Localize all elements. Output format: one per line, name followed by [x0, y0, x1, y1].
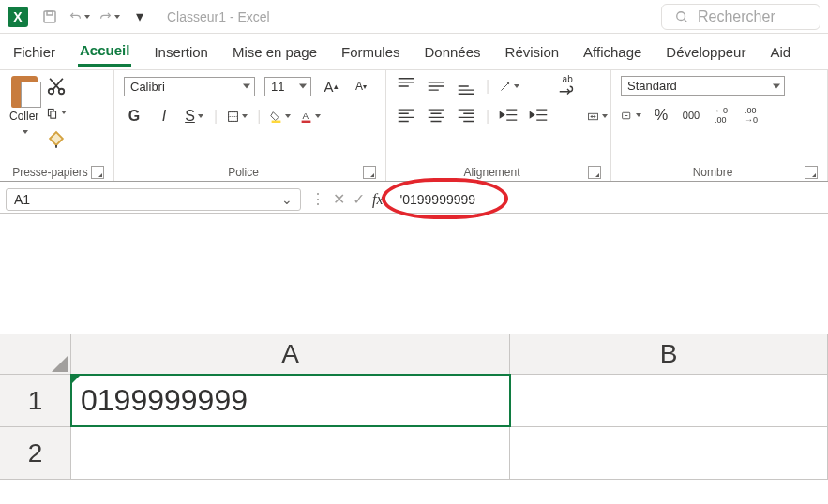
group-label-alignment: Alignement — [396, 166, 588, 179]
col-header-b[interactable]: B — [510, 334, 828, 374]
formula-value: '0199999999 — [400, 192, 476, 207]
decrease-decimal-icon[interactable]: .00→0 — [741, 105, 761, 126]
name-box[interactable]: A1 ⌄ — [6, 188, 301, 211]
save-icon[interactable] — [39, 7, 60, 27]
name-box-value: A1 — [14, 192, 30, 207]
tab-fichier[interactable]: Fichier — [11, 38, 57, 66]
svg-point-2 — [677, 11, 685, 20]
format-painter-icon[interactable] — [46, 128, 67, 149]
align-middle-icon[interactable] — [426, 76, 446, 96]
font-size-select[interactable]: 11 — [264, 77, 311, 96]
undo-icon[interactable] — [69, 7, 90, 27]
align-center-icon[interactable] — [426, 106, 446, 126]
tab-aide[interactable]: Aid — [768, 38, 792, 66]
tab-donnees[interactable]: Données — [423, 38, 483, 66]
row-header-1[interactable]: 1 — [0, 375, 71, 426]
group-label-font: Police — [124, 166, 363, 179]
row-header-2[interactable]: 2 — [0, 427, 71, 479]
text-format-indicator — [71, 375, 81, 384]
cell-a1-value: 0199999999 — [81, 383, 248, 418]
orientation-icon[interactable] — [499, 76, 519, 96]
italic-button[interactable]: I — [154, 106, 174, 126]
alignment-launcher[interactable] — [588, 166, 601, 179]
svg-rect-11 — [302, 120, 311, 122]
select-all-corner[interactable] — [0, 334, 71, 374]
paste-label: Coller — [9, 110, 38, 123]
tab-developpeur[interactable]: Développeur — [664, 38, 747, 66]
paste-button[interactable]: Coller — [9, 76, 38, 140]
wrap-text-icon[interactable]: ab — [557, 76, 578, 96]
align-bottom-icon[interactable] — [456, 76, 476, 96]
group-label-clipboard: Presse-papiers — [9, 166, 91, 179]
svg-point-4 — [59, 89, 65, 95]
redo-icon[interactable] — [99, 7, 120, 27]
group-label-number: Nombre — [621, 166, 805, 179]
copy-icon[interactable] — [46, 102, 67, 123]
cancel-icon[interactable]: ✕ — [333, 190, 345, 208]
qat-customize-icon[interactable]: ▾ — [129, 7, 150, 27]
fx-icon[interactable]: fx — [372, 191, 384, 208]
cell-a2[interactable] — [71, 427, 510, 479]
bold-button[interactable]: G — [124, 106, 144, 126]
merge-center-icon[interactable] — [587, 106, 608, 126]
tab-insertion[interactable]: Insertion — [152, 38, 210, 66]
confirm-icon[interactable]: ✓ — [353, 190, 365, 208]
search-box[interactable]: Rechercher — [661, 4, 820, 30]
chevron-down-icon[interactable]: ⌄ — [281, 192, 293, 207]
decrease-font-icon[interactable]: A▾ — [351, 76, 371, 96]
align-top-icon[interactable] — [396, 76, 416, 96]
align-right-icon[interactable] — [456, 106, 476, 126]
tab-revision[interactable]: Révision — [504, 38, 562, 66]
search-icon — [675, 10, 688, 23]
excel-logo: X — [8, 7, 28, 27]
cut-icon[interactable] — [46, 76, 67, 96]
tab-formules[interactable]: Formules — [339, 38, 402, 66]
svg-rect-6 — [51, 111, 56, 117]
font-color-icon[interactable]: A — [300, 106, 321, 126]
formula-input[interactable]: '0199999999 — [393, 189, 828, 210]
increase-font-icon[interactable]: A▴ — [321, 76, 341, 96]
svg-rect-0 — [44, 11, 55, 22]
increase-indent-icon[interactable] — [529, 106, 549, 126]
number-format-select[interactable]: Standard — [621, 76, 785, 96]
cell-a1[interactable]: 0199999999 — [71, 375, 510, 426]
thousands-icon[interactable]: 000 — [681, 105, 701, 126]
number-launcher[interactable] — [805, 166, 818, 179]
clipboard-launcher[interactable] — [91, 166, 104, 179]
borders-icon[interactable] — [227, 106, 248, 126]
fill-color-icon[interactable] — [270, 106, 291, 126]
align-left-icon[interactable] — [396, 106, 416, 126]
more-icon[interactable]: ⋮ — [310, 190, 325, 208]
underline-button[interactable]: S — [184, 106, 204, 126]
cell-b2[interactable] — [510, 427, 828, 479]
svg-rect-1 — [47, 11, 53, 15]
tab-accueil[interactable]: Accueil — [78, 37, 131, 67]
svg-rect-9 — [272, 120, 281, 122]
svg-point-3 — [49, 89, 54, 95]
increase-decimal-icon[interactable]: ←0.00 — [711, 105, 731, 126]
font-family-select[interactable]: Calibri — [124, 77, 255, 96]
tab-mise-en-page[interactable]: Mise en page — [231, 38, 319, 66]
search-placeholder: Rechercher — [698, 8, 775, 25]
accounting-format-icon[interactable] — [621, 105, 641, 126]
percent-icon[interactable]: % — [651, 105, 671, 126]
svg-text:A: A — [303, 111, 309, 121]
document-title: Classeur1 - Excel — [167, 9, 270, 24]
col-header-a[interactable]: A — [71, 334, 510, 374]
ribbon-tabs: Fichier Accueil Insertion Mise en page F… — [0, 34, 828, 69]
cell-b1[interactable] — [510, 375, 828, 426]
tab-affichage[interactable]: Affichage — [581, 38, 643, 66]
decrease-indent-icon[interactable] — [499, 106, 519, 126]
font-launcher[interactable] — [363, 166, 376, 179]
